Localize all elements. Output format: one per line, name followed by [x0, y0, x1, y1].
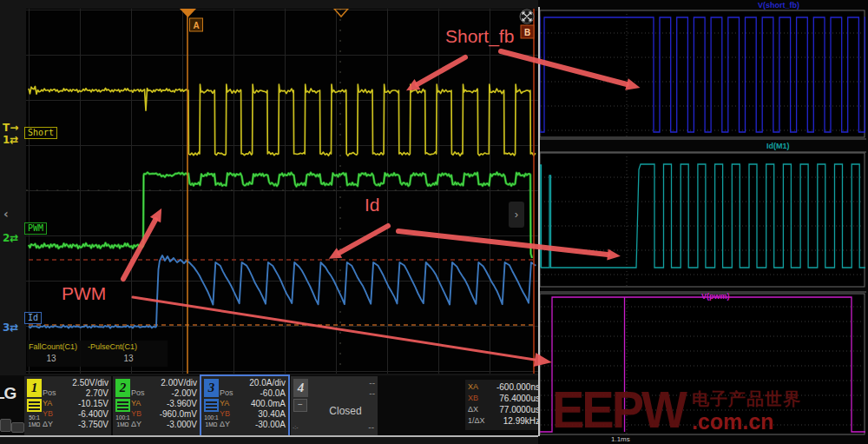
trigger-level-marker[interactable]: T→: [3, 123, 18, 133]
sim-time-axis-tick: 1.1ms: [611, 435, 630, 443]
trace-label-pwm[interactable]: PWM: [24, 222, 47, 235]
toolbar-icon[interactable]: [0, 419, 11, 432]
channel-4-closed-label: Closed: [317, 405, 374, 417]
channel-3-dy: -30.00A: [255, 420, 286, 429]
channel-3-number: 3: [204, 379, 219, 397]
toolbar-icon[interactable]: [11, 422, 24, 433]
measure-col2-header: -PulseCnt(C1): [88, 342, 137, 351]
channel-2-attenuation: 100:11MΩ: [114, 414, 132, 427]
trace-label-id[interactable]: Id: [24, 312, 42, 324]
scope-screen: AB: [26, 9, 538, 374]
channel-1-coupling-icon: [27, 399, 42, 412]
svg-text:A: A: [193, 21, 199, 30]
channel-1-dy: -3.750V: [78, 420, 108, 429]
channel1-offset-marker[interactable]: 1⇄: [3, 135, 18, 145]
channel2-offset-marker[interactable]: 2⇄: [3, 233, 18, 243]
trace-label-short[interactable]: Short: [24, 127, 57, 139]
cursor-xb-value: 76.4000us: [499, 394, 540, 403]
channel-1-ya: -10.15V: [78, 399, 108, 408]
cursor-readout-panel: XA-600.000ns XB76.4000us ΔX77.0000us 1/Δ…: [465, 380, 542, 430]
sim-window-left-border: [538, 7, 540, 436]
channel-4-minus-icon[interactable]: −: [293, 399, 307, 412]
measure-col2-value: 13: [111, 354, 146, 363]
collapse-left-icon[interactable]: ‹: [3, 209, 9, 219]
measure-col1-header: FallCount(C1): [29, 342, 77, 351]
oscilloscope-window: AB T→ 1⇄ ‹ 2⇄ 3⇄ › Short PWM Id FallCoun…: [0, 0, 542, 444]
scope-bottom-bar: LG 1 50:11MΩ 2.50V/div Pos2.70V YA-10.15…: [0, 375, 542, 437]
channel-1-pos: 2.70V: [86, 388, 108, 398]
sim-panel3-title: V(pwm): [701, 292, 730, 301]
channel-4-ratio: -:-: [293, 424, 299, 430]
channel-3-ya: 400.0mA: [251, 399, 286, 408]
svg-text:B: B: [524, 28, 530, 37]
channel-1-number: 1: [27, 379, 42, 397]
cursor-freq-value: 12.99kHz: [503, 416, 540, 426]
brand-logo: LG: [0, 384, 16, 403]
channel-1-scale: 2.50V/div: [43, 378, 108, 388]
measurement-table: FallCount(C1) -PulseCnt(C1) 13 13: [27, 341, 168, 367]
channel-2-pos: -2.00V: [172, 388, 197, 398]
channel-3-coupling-icon: [204, 399, 219, 412]
cursor-dx-value: 77.0000us: [499, 405, 540, 414]
channel-4-number: 4: [293, 379, 308, 397]
collapse-right-icon[interactable]: ›: [509, 202, 524, 228]
channel-1-yb: -6.400V: [78, 409, 108, 419]
sim-panel1-title: V(short_fb): [758, 1, 799, 10]
channel-2-panel[interactable]: 2 100:11MΩ 2.00V/div Pos-2.00V YA-3.960V…: [113, 376, 200, 435]
channel-2-scale: 2.00V/div: [131, 378, 197, 388]
channel-4-extra: --: [368, 422, 374, 432]
bezel-edge: [0, 435, 542, 437]
channel-3-pos: -60.0A: [260, 388, 286, 398]
channel-4-scale: --: [369, 378, 375, 388]
composite-screenshot: AB T→ 1⇄ ‹ 2⇄ 3⇄ › Short PWM Id FallCoun…: [0, 0, 868, 444]
channel-1-attenuation: 50:11MΩ: [25, 414, 43, 427]
channel-2-number: 2: [115, 379, 130, 397]
channel-4-panel[interactable]: 4 -- -- − Closed -:- --: [291, 376, 378, 435]
channel-3-scale: 20.0A/div: [220, 378, 286, 388]
simulation-window: V(short_fb) Id(M1) V(pwm) 1.1ms EEPW 电子产…: [538, 0, 868, 444]
channel-2-ya: -3.960V: [167, 399, 197, 408]
channel3-offset-marker[interactable]: 3⇄: [3, 322, 18, 333]
channel-2-yb: -960.0mV: [160, 409, 197, 419]
simulation-canvas: V(short_fb) Id(M1) V(pwm) 1.1ms: [538, 0, 868, 444]
channel-3-attenuation: 100:11MΩ: [202, 414, 220, 427]
cursor-xa-value: -600.000ns: [496, 382, 540, 392]
channel-1-panel[interactable]: 1 50:11MΩ 2.50V/div Pos2.70V YA-10.15V Y…: [24, 376, 111, 435]
scope-waveform-canvas: AB: [26, 9, 538, 374]
channel-2-dy: -3.000V: [167, 420, 197, 429]
measure-col1-value: 13: [34, 354, 69, 363]
sim-panel2-title: Id(M1): [766, 142, 790, 150]
channel-2-coupling-icon: [115, 399, 130, 412]
channel-4-pos: --: [369, 388, 375, 398]
channel-3-panel[interactable]: 3 100:11MΩ 20.0A/div Pos-60.0A YA400.0mA…: [201, 376, 288, 435]
channel-3-yb: 30.40A: [258, 409, 286, 419]
